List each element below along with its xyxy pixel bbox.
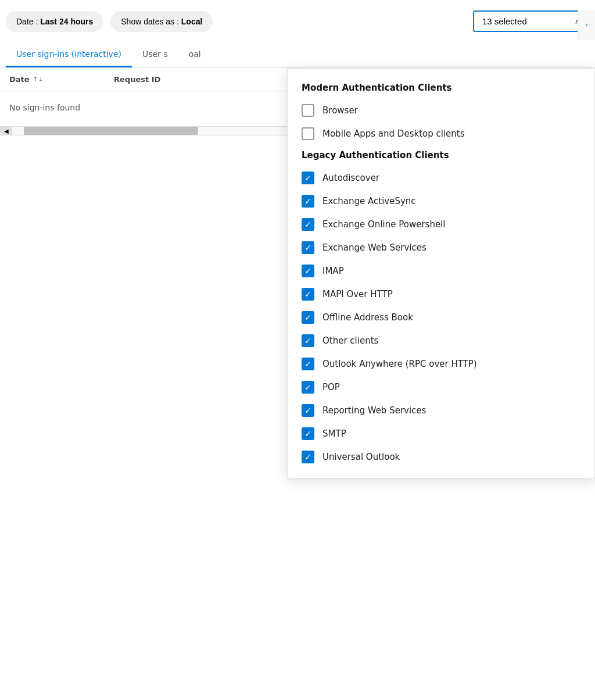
label-browser: Browser [322,105,358,116]
overflow-indicator[interactable]: › [578,10,595,40]
checkbox-other-clients[interactable] [302,334,314,347]
selected-count-label: 13 selected [482,16,527,26]
checkbox-exchange-online-powershell[interactable] [302,218,314,231]
sort-icon[interactable]: ↑↓ [33,76,44,83]
dropdown-item-offline-address-book[interactable]: Offline Address Book [288,306,594,329]
tab-other[interactable]: oal [178,42,212,67]
checkbox-outlook-anywhere[interactable] [302,358,314,370]
date-filter-label: Date : [16,17,40,26]
show-dates-filter-pill[interactable]: Show dates as : Local [110,11,213,32]
dropdown-item-universal-outlook[interactable]: Universal Outlook [288,445,594,469]
tab-interactive[interactable]: User sign-ins (interactive) [6,42,132,67]
scroll-thumb[interactable] [24,127,198,135]
label-autodiscover: Autodiscover [322,173,379,183]
dropdown-item-browser[interactable]: Browser [288,99,594,122]
dropdown-item-mobile-desktop[interactable]: Mobile Apps and Desktop clients [288,122,594,145]
label-other-clients: Other clients [322,335,378,346]
dropdown-item-exchange-online-powershell[interactable]: Exchange Online Powershell [288,213,594,236]
request-id-column-label: Request ID [114,75,160,84]
label-smtp: SMTP [322,428,346,439]
label-exchange-web-services: Exchange Web Services [322,242,426,253]
content-area: Date ↑↓ Request ID No sign-ins found ◀ M… [0,68,595,135]
label-exchange-activesync: Exchange ActiveSync [322,196,416,206]
label-imap: IMAP [322,266,344,276]
dropdown-item-exchange-web-services[interactable]: Exchange Web Services [288,236,594,259]
tab-non-interactive[interactable]: User s [132,42,178,67]
col-request-id-header: Request ID [114,75,230,84]
checkbox-universal-outlook[interactable] [302,451,314,463]
checkbox-browser[interactable] [302,104,314,117]
checkbox-autodiscover[interactable] [302,172,314,184]
dropdown-item-outlook-anywhere[interactable]: Outlook Anywhere (RPC over HTTP) [288,352,594,376]
dropdown-item-reporting-web-services[interactable]: Reporting Web Services [288,399,594,422]
dropdown-item-other-clients[interactable]: Other clients [288,329,594,352]
label-exchange-online-powershell: Exchange Online Powershell [322,219,445,230]
tabs-row: User sign-ins (interactive) User s oal [0,42,595,68]
dropdown-item-imap[interactable]: IMAP [288,259,594,283]
scroll-left-button[interactable]: ◀ [1,127,12,135]
client-type-dropdown[interactable]: 13 selected ∧ [473,10,589,32]
dropdown-item-smtp[interactable]: SMTP [288,422,594,445]
label-mapi-over-http: MAPI Over HTTP [322,289,393,299]
checkbox-exchange-activesync[interactable] [302,195,314,208]
label-reporting-web-services: Reporting Web Services [322,405,426,416]
dropdown-item-pop[interactable]: POP [288,376,594,399]
label-offline-address-book: Offline Address Book [322,312,413,323]
label-mobile-desktop: Mobile Apps and Desktop clients [322,128,465,139]
modern-auth-section-title: Modern Authentication Clients [288,78,594,99]
dropdown-item-exchange-activesync[interactable]: Exchange ActiveSync [288,190,594,213]
checkbox-smtp[interactable] [302,427,314,440]
date-filter-pill[interactable]: Date : Last 24 hours [6,11,103,32]
date-column-label: Date [9,75,30,84]
dropdown-item-mapi-over-http[interactable]: MAPI Over HTTP [288,283,594,306]
checkbox-mapi-over-http[interactable] [302,288,314,301]
date-filter-value: Last 24 hours [40,17,93,26]
checkbox-mobile-desktop[interactable] [302,127,314,140]
dropdown-item-autodiscover[interactable]: Autodiscover [288,166,594,190]
client-type-dropdown-panel: Modern Authentication Clients Browser Mo… [287,68,595,478]
legacy-auth-section-title: Legacy Authentication Clients [288,145,594,166]
label-pop: POP [322,382,340,392]
checkbox-pop[interactable] [302,381,314,394]
label-outlook-anywhere: Outlook Anywhere (RPC over HTTP) [322,359,477,369]
checkbox-offline-address-book[interactable] [302,311,314,324]
show-dates-value: Local [181,17,203,26]
show-dates-label: Show dates as : [121,17,181,26]
checkbox-reporting-web-services[interactable] [302,404,314,417]
checkbox-imap[interactable] [302,265,314,277]
col-date-header: Date ↑↓ [9,75,114,84]
checkbox-exchange-web-services[interactable] [302,241,314,254]
overflow-arrow-icon: › [585,21,588,29]
label-universal-outlook: Universal Outlook [322,452,400,462]
